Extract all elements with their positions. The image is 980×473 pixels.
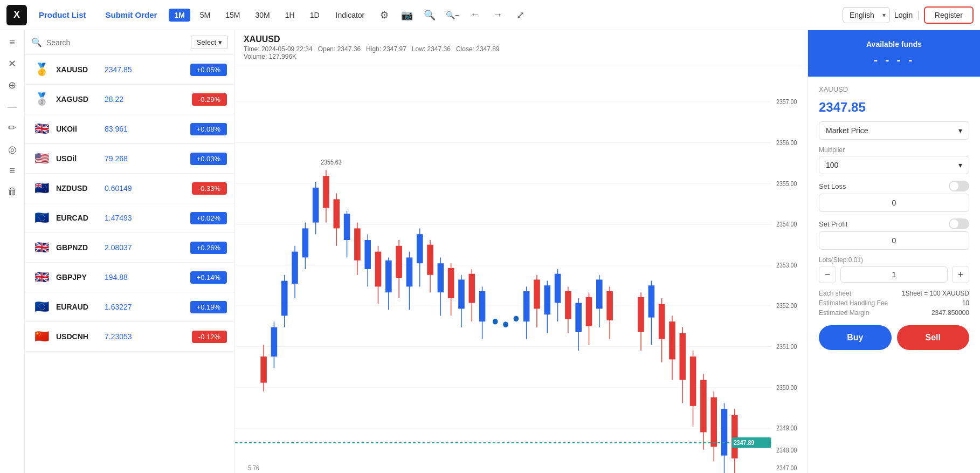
- order-symbol: XAUUSD: [819, 85, 969, 93]
- product-flag: 🇨🇳: [32, 327, 51, 346]
- sidebar-layers-icon[interactable]: ≡: [9, 165, 15, 176]
- select-button[interactable]: Select ▾: [191, 36, 228, 49]
- svg-text:2356.00: 2356.00: [776, 139, 797, 146]
- settings-icon[interactable]: ⚙: [375, 6, 394, 24]
- product-name: USOil: [56, 154, 99, 163]
- list-item[interactable]: 🇨🇳 USDCNH 7.23053 -0.12%: [25, 322, 234, 352]
- svg-text:2350.00: 2350.00: [776, 384, 797, 391]
- product-change: +0.19%: [190, 301, 227, 313]
- list-item[interactable]: 🇪🇺 EURCAD 1.47493 +0.02%: [25, 203, 234, 233]
- list-item[interactable]: 🇬🇧 GBPNZD 2.08037 +0.26%: [25, 233, 234, 263]
- svg-rect-46: [438, 263, 444, 292]
- search-input[interactable]: [46, 38, 187, 47]
- sidebar-pen-icon[interactable]: ✏: [8, 122, 16, 134]
- order-buttons: Buy Sell: [808, 325, 980, 359]
- product-items-list: 🥇 XAUUSD 2347.85 +0.05% 🥈 XAGUSD 28.22 -…: [25, 55, 234, 473]
- order-section: XAUUSD 2347.85 Market Price ▾ Multiplier…: [808, 77, 980, 325]
- language-select[interactable]: English 中文: [843, 7, 890, 23]
- list-item[interactable]: 🇺🇸 USOil 79.268 +0.03%: [25, 144, 234, 174]
- list-item[interactable]: 🥇 XAUUSD 2347.85 +0.05%: [25, 55, 234, 85]
- list-item[interactable]: 🇳🇿 NZDUSD 0.60149 -0.33%: [25, 174, 234, 203]
- product-list-button[interactable]: Product List: [31, 7, 94, 23]
- camera-icon[interactable]: 📷: [398, 6, 416, 24]
- svg-rect-69: [575, 303, 582, 332]
- product-name: XAUUSD: [56, 65, 99, 74]
- product-change: +0.14%: [190, 271, 227, 284]
- svg-rect-95: [731, 415, 738, 458]
- timeframe-15m[interactable]: 15M: [220, 9, 245, 22]
- timeframe-1d[interactable]: 1D: [305, 9, 325, 22]
- svg-text:2355.00: 2355.00: [776, 180, 797, 187]
- register-button[interactable]: Register: [924, 6, 974, 24]
- nav-divider: |: [917, 9, 920, 20]
- set-profit-input[interactable]: [819, 231, 969, 250]
- product-change: +0.26%: [190, 242, 227, 254]
- product-price: 1.47493: [105, 214, 185, 222]
- expand-icon[interactable]: ⤢: [511, 6, 529, 24]
- svg-rect-19: [302, 228, 309, 257]
- list-item[interactable]: 🇬🇧 UKOil 83.961 +0.08%: [25, 114, 234, 144]
- list-item[interactable]: 🇪🇺 EURAUD 1.63227 +0.19%: [25, 292, 234, 322]
- each-sheet-row: Each sheet 1Sheet = 100 XAUUSD: [819, 290, 969, 297]
- sidebar-icons: ≡ ✕ ⊕ — ✏ ◎ ≡ 🗑: [0, 30, 25, 473]
- product-flag: 🇬🇧: [32, 268, 51, 286]
- list-item[interactable]: 🇬🇧 GBPJPY 194.88 +0.14%: [25, 263, 234, 292]
- product-name: NZDUSD: [56, 184, 99, 193]
- set-profit-group: Set Profit: [819, 218, 969, 250]
- language-selector[interactable]: English 中文: [843, 7, 890, 23]
- sidebar-trash-icon[interactable]: 🗑: [8, 186, 17, 197]
- multiplier-select[interactable]: 100 ▾: [819, 156, 969, 174]
- product-flag: 🥇: [32, 60, 51, 79]
- handling-fee-row: Estimated Handling Fee 10: [819, 299, 969, 307]
- svg-text:2349.00: 2349.00: [776, 425, 797, 432]
- buy-button[interactable]: Buy: [819, 325, 892, 350]
- svg-rect-17: [292, 252, 298, 284]
- app-logo[interactable]: X: [6, 5, 27, 25]
- product-flag: 🇬🇧: [32, 120, 51, 138]
- svg-rect-77: [638, 297, 644, 332]
- lots-minus-button[interactable]: −: [819, 266, 836, 283]
- arrow-right-icon[interactable]: →: [488, 6, 507, 24]
- timeframe-1m[interactable]: 1M: [169, 9, 190, 22]
- set-loss-toggle[interactable]: [949, 181, 969, 191]
- submit-order-button[interactable]: Submit Order: [98, 7, 165, 23]
- list-item[interactable]: 🥈 XAGUSD 28.22 -0.29%: [25, 85, 234, 114]
- svg-rect-50: [458, 279, 465, 309]
- svg-rect-91: [710, 397, 717, 447]
- svg-rect-40: [406, 257, 413, 286]
- sidebar-target-icon[interactable]: ⊕: [8, 79, 16, 91]
- sidebar-close-icon[interactable]: ✕: [8, 58, 16, 70]
- set-profit-toggle-row: Set Profit: [819, 218, 969, 229]
- product-name: GBPJPY: [56, 273, 99, 282]
- timeframe-30m[interactable]: 30M: [250, 9, 275, 22]
- zoom-in-icon[interactable]: 🔍: [420, 6, 439, 24]
- timeframe-5m[interactable]: 5M: [195, 9, 216, 22]
- svg-rect-44: [427, 245, 433, 275]
- zoom-out-icon[interactable]: 🔍−: [443, 6, 461, 24]
- price-type-select[interactable]: Market Price ▾: [819, 121, 969, 140]
- chart-canvas[interactable]: 2355.63: [235, 65, 808, 473]
- indicator-button[interactable]: Indicator: [329, 9, 371, 22]
- svg-rect-83: [669, 321, 675, 359]
- set-loss-group: Set Loss: [819, 181, 969, 212]
- sell-button[interactable]: Sell: [897, 325, 970, 350]
- arrow-left-icon[interactable]: ←: [466, 6, 484, 24]
- svg-rect-38: [396, 246, 402, 278]
- product-change: +0.05%: [190, 64, 227, 76]
- product-name: XAGUSD: [56, 95, 99, 104]
- sidebar-tag-icon[interactable]: ◎: [8, 143, 17, 155]
- sidebar-menu-icon[interactable]: ≡: [9, 37, 15, 48]
- timeframe-1h[interactable]: 1H: [280, 9, 300, 22]
- lots-input[interactable]: [840, 266, 948, 283]
- set-profit-toggle[interactable]: [949, 218, 969, 229]
- login-button[interactable]: Login: [894, 11, 913, 19]
- order-info: Each sheet 1Sheet = 100 XAUUSD Estimated…: [819, 290, 969, 317]
- svg-rect-34: [375, 252, 382, 287]
- multiplier-label: Multiplier: [819, 146, 969, 154]
- lots-plus-button[interactable]: +: [952, 266, 969, 283]
- svg-rect-36: [385, 261, 392, 292]
- product-price: 83.961: [105, 125, 185, 133]
- sidebar-line-icon[interactable]: —: [8, 101, 17, 112]
- chart-header: XAUUSD Time: 2024-05-09 22:34 Open: 2347…: [235, 30, 808, 65]
- set-loss-input[interactable]: [819, 194, 969, 212]
